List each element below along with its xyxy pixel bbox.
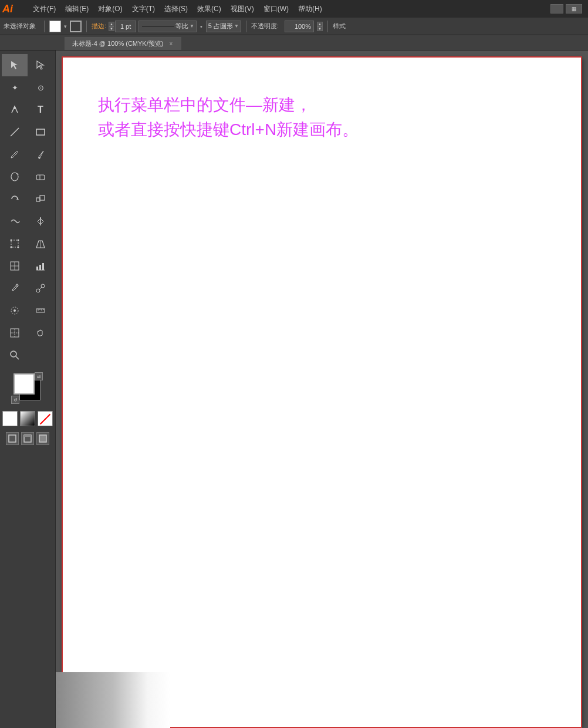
- menu-help[interactable]: 帮助(H): [293, 2, 327, 16]
- magic-wand-icon: ✦: [12, 83, 18, 92]
- document-tab[interactable]: 未标题-4 @ 100% (CMYK/预览) ×: [65, 37, 181, 50]
- menu-text[interactable]: 文字(T): [127, 2, 160, 16]
- svg-point-16: [11, 247, 12, 248]
- text-tool-btn[interactable]: T: [28, 99, 53, 121]
- tool-row-symbol: [0, 299, 55, 322]
- no-fill-btn[interactable]: [38, 411, 53, 426]
- text-icon: T: [38, 105, 43, 115]
- svg-point-32: [13, 309, 16, 312]
- warp-tool-btn[interactable]: [2, 210, 28, 232]
- zoom-tool-btn[interactable]: [2, 344, 28, 366]
- canvas-content: 执行菜单栏中的文件—新建， 或者直接按快捷键Ctrl+N新建画布。: [98, 93, 569, 142]
- pencil-tool-btn[interactable]: [2, 143, 28, 166]
- swap-colors-btn[interactable]: ⇄: [35, 372, 43, 380]
- blob-brush-tool-btn[interactable]: [2, 166, 28, 188]
- menu-select[interactable]: 选择(S): [160, 2, 192, 16]
- svg-line-3: [11, 128, 19, 136]
- panel-toggle-2[interactable]: ▦: [566, 4, 582, 14]
- eraser-tool-btn[interactable]: [28, 166, 53, 188]
- selection-tool-btn[interactable]: [2, 54, 28, 76]
- tool-row-eyedropper: [0, 277, 55, 299]
- line-tool-btn[interactable]: [2, 121, 28, 143]
- hand-tool-btn[interactable]: [28, 322, 53, 344]
- canvas-area[interactable]: 执行菜单栏中的文件—新建， 或者直接按快捷键Ctrl+N新建画布。: [56, 50, 588, 728]
- svg-rect-7: [36, 175, 45, 180]
- main-area: ✦ ⊙ T: [0, 50, 588, 728]
- scale-tool-btn[interactable]: [28, 188, 53, 210]
- mesh-tool-btn[interactable]: [2, 255, 28, 277]
- shape-arrow: ▼: [234, 23, 239, 29]
- menu-object[interactable]: 对象(O): [93, 2, 127, 16]
- panel-toggle-1[interactable]: [550, 4, 563, 14]
- stroke-up[interactable]: ▲: [109, 22, 114, 26]
- svg-point-14: [11, 240, 12, 241]
- fill-color-swatch[interactable]: [49, 21, 61, 32]
- svg-point-5: [39, 157, 40, 159]
- svg-rect-24: [39, 265, 41, 270]
- svg-rect-45: [24, 435, 31, 437]
- free-transform-tool-btn[interactable]: [2, 232, 28, 255]
- menu-view[interactable]: 视图(V): [226, 2, 259, 16]
- full-screen-btn[interactable]: [36, 432, 49, 445]
- tool-row-pencil: [0, 143, 55, 166]
- brush-tool-btn[interactable]: [28, 143, 53, 166]
- stroke-line-preview: [142, 26, 174, 27]
- svg-rect-11: [40, 196, 45, 200]
- menu-window[interactable]: 窗口(W): [259, 2, 293, 16]
- pen-tool-btn[interactable]: [2, 99, 28, 121]
- color-swatches: ↺ ⇄: [0, 366, 55, 409]
- blend-tool-btn[interactable]: [28, 277, 53, 299]
- shape-dropdown[interactable]: 5 占圆形 ▼: [206, 21, 241, 32]
- svg-rect-4: [36, 129, 45, 135]
- canvas-page: 执行菜单栏中的文件—新建， 或者直接按快捷键Ctrl+N新建画布。: [63, 58, 581, 727]
- stroke-line-arrow: ▼: [190, 23, 194, 29]
- menu-edit[interactable]: 编辑(E): [60, 2, 93, 16]
- opacity-up[interactable]: ▲: [317, 22, 323, 26]
- doc-tab-close[interactable]: ×: [168, 40, 174, 48]
- perspective-tool-btn[interactable]: [28, 232, 53, 255]
- stroke-label: 描边:: [92, 22, 106, 31]
- opacity-arrows[interactable]: ▲ ▼: [317, 22, 323, 31]
- chart-tool-btn[interactable]: [28, 255, 53, 277]
- stroke-line-dropdown[interactable]: 等比 ▼: [138, 21, 197, 32]
- magic-wand-tool-btn[interactable]: ✦: [2, 76, 28, 99]
- stroke-weight-input[interactable]: [115, 21, 136, 32]
- opacity-input[interactable]: [285, 21, 314, 32]
- direct-selection-tool-btn[interactable]: [28, 54, 53, 76]
- tool-row-transform: [0, 232, 55, 255]
- svg-rect-46: [39, 435, 46, 442]
- symbol-tool-btn[interactable]: [2, 299, 28, 322]
- normal-screen-icon: [8, 434, 16, 443]
- solid-fill-btn[interactable]: [2, 411, 18, 426]
- toolbox: ✦ ⊙ T: [0, 50, 56, 728]
- eyedropper-tool-btn[interactable]: [2, 277, 28, 299]
- empty-tool-slot: [28, 344, 53, 366]
- full-screen-menu-btn[interactable]: [21, 432, 34, 445]
- canvas-text: 执行菜单栏中的文件—新建， 或者直接按快捷键Ctrl+N新建画布。: [98, 93, 569, 142]
- menu-file[interactable]: 文件(F): [28, 2, 60, 16]
- svg-point-2: [13, 107, 16, 109]
- svg-line-42: [16, 356, 19, 359]
- shape-label: 5 占圆形: [208, 22, 233, 31]
- foreground-color-swatch[interactable]: [13, 373, 35, 395]
- reset-colors-btn[interactable]: ↺: [11, 396, 19, 404]
- tool-row-shapes: [0, 121, 55, 143]
- stroke-down[interactable]: ▼: [109, 26, 114, 31]
- slice-tool-btn[interactable]: [2, 322, 28, 344]
- svg-rect-25: [42, 263, 44, 270]
- canvas-text-line2: 或者直接按快捷键Ctrl+N新建画布。: [98, 117, 569, 142]
- stroke-color-swatch[interactable]: [70, 21, 82, 32]
- width-tool-btn[interactable]: [28, 210, 53, 232]
- rotate-tool-btn[interactable]: [2, 188, 28, 210]
- fill-stroke-swap[interactable]: ▾: [64, 23, 67, 29]
- lasso-tool-btn[interactable]: ⊙: [28, 76, 53, 99]
- opacity-down[interactable]: ▼: [317, 26, 323, 31]
- svg-point-15: [18, 240, 19, 241]
- normal-screen-btn[interactable]: [6, 432, 19, 445]
- stroke-arrows[interactable]: ▲ ▼: [109, 22, 114, 31]
- ruler-tool-btn[interactable]: [28, 299, 53, 322]
- menu-effects[interactable]: 效果(C): [192, 2, 226, 16]
- rect-tool-btn[interactable]: [28, 121, 53, 143]
- gradient-fill-btn[interactable]: [20, 411, 35, 426]
- sep-1: [44, 21, 45, 32]
